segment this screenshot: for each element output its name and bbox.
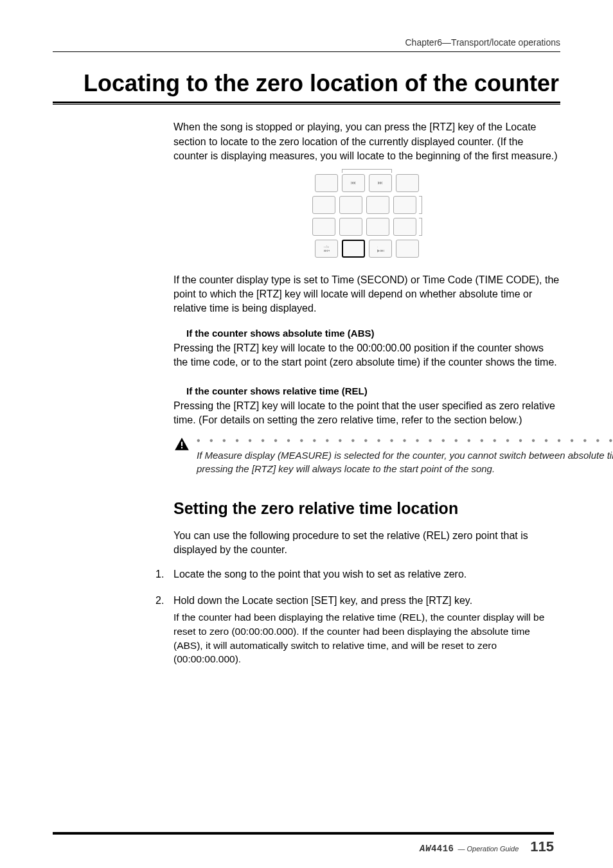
button-diagram: ⏮ ⏭ — [173, 174, 560, 261]
step-number: 1. — [155, 567, 173, 584]
guide-label: — Operation Guide — [458, 845, 519, 853]
main-heading: Locating to the zero location of the cou… — [84, 70, 560, 96]
note-text: If Measure display (MEASURE) is selected… — [197, 448, 613, 475]
bracket-right — [419, 196, 422, 214]
warning-note: • • • • • • • • • • • • • • • • • • • • … — [173, 436, 560, 475]
counter-type-paragraph: If the counter display type is set to Ti… — [173, 273, 560, 316]
step-1: 1. Locate the song to the point that you… — [155, 567, 560, 584]
diagram-button — [312, 218, 335, 236]
prev-track-icon: ⏮ — [342, 174, 365, 192]
footer-rule — [53, 832, 554, 835]
rtz-highlighted-button — [342, 240, 365, 258]
rtz-minus-plus-button: −/+⏮◀ — [315, 240, 338, 258]
svg-rect-0 — [181, 442, 182, 447]
heading-rule-thin — [53, 104, 560, 105]
heading-rule-thick — [53, 102, 560, 103]
note-dots: • • • • • • • • • • • • • • • • • • • • … — [197, 436, 613, 445]
diagram-button — [366, 196, 389, 214]
svg-rect-1 — [181, 447, 182, 448]
step-1-main: Locate the song to the point that you wi… — [173, 567, 560, 581]
diagram-button — [393, 218, 416, 236]
diagram-button — [393, 196, 416, 214]
step-2: 2. Hold down the Locate section [SET] ke… — [155, 594, 560, 666]
bracket-right — [419, 218, 422, 236]
page-footer: AW4416 — Operation Guide 115 — [420, 838, 554, 855]
step-2-detail: If the counter had been displaying the r… — [173, 610, 560, 666]
model-logo: AW4416 — [420, 844, 454, 854]
diagram-button — [366, 218, 389, 236]
rel-body: Pressing the [RTZ] key will locate to th… — [173, 399, 560, 428]
sub-intro: You can use the following procedure to s… — [173, 529, 560, 558]
abs-heading: If the counter shows absolute time (ABS) — [186, 326, 560, 340]
diagram-button — [396, 240, 419, 258]
warning-icon — [173, 436, 193, 475]
ff-end-button: ·▶⏭ — [369, 240, 392, 258]
rel-heading: If the counter shows relative time (REL) — [186, 384, 560, 398]
chapter-header: Chapter6—Transport/locate operations — [53, 37, 560, 52]
intro-paragraph: When the song is stopped or playing, you… — [173, 120, 560, 163]
diagram-button — [339, 196, 362, 214]
next-track-icon: ⏭ — [369, 174, 392, 192]
diagram-button — [315, 174, 338, 192]
sub-heading: Setting the zero relative time location — [173, 497, 560, 520]
step-number: 2. — [155, 594, 173, 666]
diagram-button — [339, 218, 362, 236]
bracket-top — [342, 169, 392, 173]
abs-body: Pressing the [RTZ] key will locate to th… — [173, 341, 560, 370]
page-number: 115 — [530, 838, 554, 855]
diagram-button — [396, 174, 419, 192]
step-2-main: Hold down the Locate section [SET] key, … — [173, 594, 560, 608]
diagram-button — [312, 196, 335, 214]
